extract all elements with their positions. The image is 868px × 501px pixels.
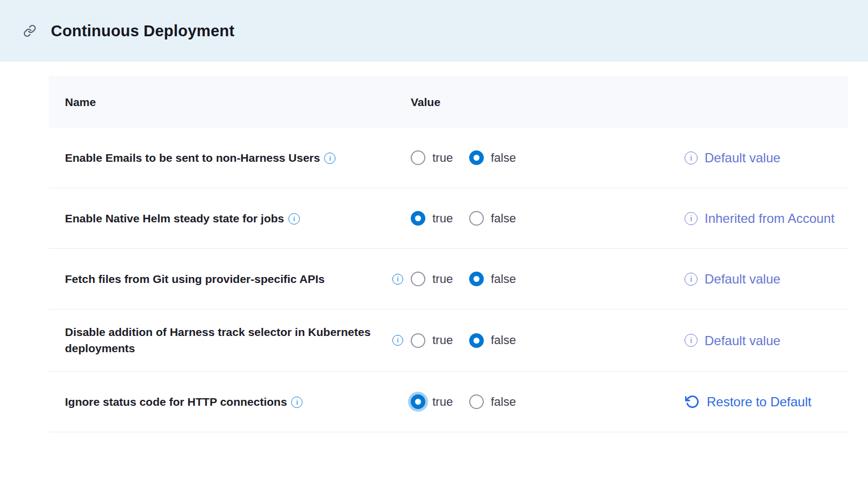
radio-option-true[interactable]: true: [411, 211, 453, 226]
column-header-value: Value: [392, 96, 685, 109]
radio-option-false[interactable]: false: [469, 211, 516, 226]
status-label[interactable]: Default value: [705, 149, 780, 167]
table-row: Enable Native Helm steady state for jobs…: [49, 188, 848, 249]
setting-value-cell: true false: [392, 272, 685, 286]
info-icon[interactable]: [291, 397, 303, 408]
radio-true-label: true: [432, 395, 453, 409]
lead-slot: [392, 335, 411, 346]
info-icon[interactable]: [685, 151, 698, 164]
radio-option-false[interactable]: false: [469, 394, 516, 409]
radio-true-label: true: [432, 151, 453, 165]
radio-true-circle[interactable]: [411, 150, 425, 165]
restore-icon[interactable]: [685, 394, 700, 410]
section-title: Continuous Deployment: [51, 22, 234, 40]
radio-true-label: true: [432, 272, 453, 286]
setting-name: Enable Native Helm steady state for jobs: [65, 212, 284, 225]
radio-option-true[interactable]: true: [411, 272, 453, 286]
setting-name-cell: Fetch files from Git using provider-spec…: [65, 271, 392, 287]
setting-value-cell: true false: [392, 211, 685, 226]
status-label[interactable]: Default value: [705, 270, 780, 288]
setting-name-cell: Ignore status code for HTTP connections: [65, 394, 392, 410]
info-icon[interactable]: [324, 153, 336, 164]
radio-false-label: false: [491, 151, 516, 165]
radio-false-circle[interactable]: [469, 272, 484, 286]
section-header: Continuous Deployment: [0, 0, 868, 62]
radio-false-label: false: [491, 333, 516, 347]
setting-status-cell: Default value: [685, 149, 848, 167]
radio-option-true[interactable]: true: [411, 394, 453, 409]
setting-status-cell: Inherited from Account: [685, 209, 848, 227]
setting-status-cell: Default value: [685, 270, 848, 288]
radio-option-false[interactable]: false: [469, 150, 516, 165]
status-label[interactable]: Inherited from Account: [705, 209, 834, 227]
page: Continuous Deployment Name Value Enable …: [0, 0, 868, 501]
table-body: Enable Emails to be sent to non-Harness …: [49, 128, 848, 432]
info-icon[interactable]: [392, 335, 403, 346]
table-row: Disable addition of Harness track select…: [49, 309, 848, 372]
info-icon[interactable]: [288, 213, 300, 225]
radio-true-label: true: [432, 212, 453, 226]
setting-status-cell: Restore to Default: [685, 393, 848, 411]
radio-true-circle[interactable]: [411, 272, 425, 286]
setting-name: Ignore status code for HTTP connections: [65, 395, 287, 408]
status-label[interactable]: Default value: [705, 332, 780, 350]
setting-value-cell: true false: [392, 150, 685, 165]
radio-option-true[interactable]: true: [411, 333, 453, 348]
table-row: Fetch files from Git using provider-spec…: [49, 249, 848, 309]
radio-true-circle[interactable]: [411, 333, 425, 348]
radio-false-label: false: [491, 212, 516, 226]
radio-false-circle[interactable]: [469, 394, 484, 409]
table-row: Enable Emails to be sent to non-Harness …: [49, 128, 848, 188]
radio-option-true[interactable]: true: [411, 150, 453, 165]
lead-slot: [392, 274, 411, 285]
lead-slot: [392, 213, 411, 224]
radio-false-label: false: [491, 272, 516, 286]
setting-name-cell: Enable Emails to be sent to non-Harness …: [65, 150, 392, 166]
radio-option-false[interactable]: false: [469, 333, 516, 348]
radio-option-false[interactable]: false: [469, 272, 516, 286]
info-icon[interactable]: [685, 334, 698, 347]
radio-true-label: true: [432, 333, 453, 347]
setting-name-cell: Disable addition of Harness track select…: [65, 324, 392, 357]
setting-name: Enable Emails to be sent to non-Harness …: [65, 151, 320, 164]
settings-table: Name Value Enable Emails to be sent to n…: [49, 76, 848, 432]
setting-value-cell: true false: [392, 394, 685, 409]
radio-true-circle[interactable]: [411, 211, 425, 226]
info-icon[interactable]: [685, 212, 698, 225]
info-icon[interactable]: [392, 274, 403, 285]
status-label[interactable]: Restore to Default: [707, 393, 811, 411]
info-icon[interactable]: [685, 273, 698, 286]
table-row: Ignore status code for HTTP connections …: [49, 372, 848, 432]
setting-value-cell: true false: [392, 333, 685, 348]
radio-false-circle[interactable]: [469, 333, 484, 348]
table-header-row: Name Value: [49, 76, 848, 128]
radio-false-label: false: [491, 395, 516, 409]
column-header-name: Name: [65, 96, 392, 109]
setting-name: Fetch files from Git using provider-spec…: [65, 273, 325, 285]
lead-slot: [392, 153, 411, 163]
radio-false-circle[interactable]: [469, 211, 484, 226]
radio-true-circle[interactable]: [411, 394, 425, 409]
setting-name-cell: Enable Native Helm steady state for jobs: [65, 210, 392, 227]
link-icon[interactable]: [23, 24, 37, 38]
radio-false-circle[interactable]: [469, 150, 484, 165]
setting-status-cell: Default value: [685, 332, 848, 350]
lead-slot: [392, 397, 411, 407]
setting-name: Disable addition of Harness track select…: [65, 326, 371, 354]
